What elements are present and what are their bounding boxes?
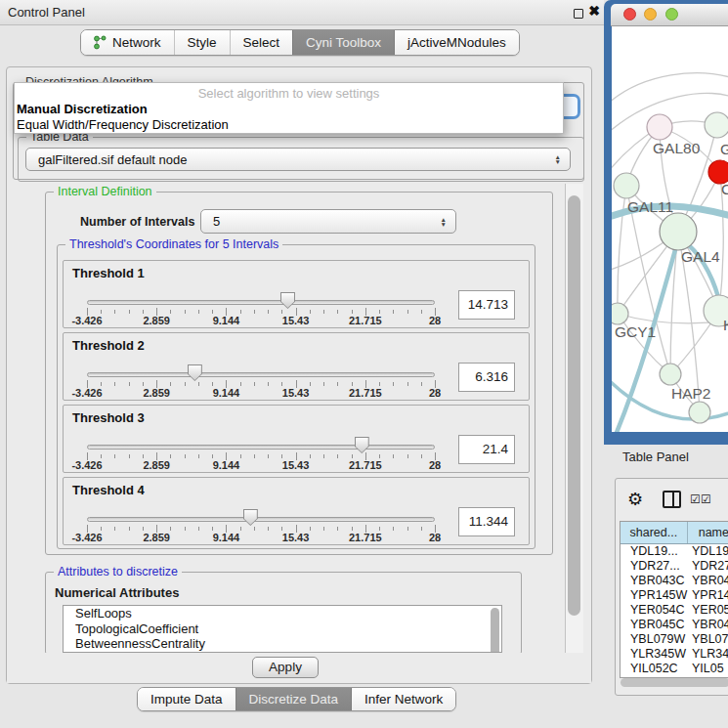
column-header-shared-name[interactable]: shared... (621, 522, 688, 543)
attribute-item-topologicalcoefficient[interactable]: TopologicalCoefficient (64, 621, 501, 637)
network-node-hap2[interactable] (660, 364, 681, 385)
number-of-intervals-combo[interactable]: 5 ▲▼ (200, 209, 456, 234)
table-cell[interactable]: YPR14 (688, 588, 728, 603)
network-node-gcy1[interactable] (612, 303, 628, 324)
slider-tick-labels: -3.4262.8599.14415.4321.71528 (87, 315, 435, 326)
float-window-icon[interactable] (574, 9, 583, 19)
tab-discretize-data[interactable]: Discretize Data (236, 688, 352, 710)
tab-label: Select (243, 35, 280, 50)
threshold-value-field[interactable]: 21.4 (458, 435, 515, 464)
close-traffic-light[interactable] (623, 8, 636, 21)
table-cell[interactable]: YIL052C (621, 662, 688, 676)
slider-track[interactable] (87, 372, 435, 377)
algorithm-dropdown-popup: Select algorithm to view settings Manual… (14, 82, 564, 134)
slider-track[interactable] (87, 300, 435, 305)
table-cell[interactable]: YDR27 (688, 559, 728, 574)
table-panel-title: Table Panel (622, 450, 689, 464)
slider-tick-labels: -3.4262.8599.14415.4321.71528 (87, 532, 435, 543)
deselect-all-checkbox-icon[interactable]: ☑ (701, 492, 711, 506)
threshold-label: Threshold 4 (72, 483, 145, 497)
tab-infer-network[interactable]: Infer Network (351, 688, 455, 710)
table-row[interactable]: YPR145WYPR14 (621, 588, 728, 603)
table-cell[interactable]: YBL079W (621, 632, 688, 647)
slider-track[interactable] (87, 445, 435, 450)
algorithm-option-manual-discretization[interactable]: Manual Discretization (15, 102, 563, 117)
column-browse-icon[interactable] (663, 491, 681, 508)
slider-thumb[interactable] (355, 437, 369, 453)
select-all-checkbox-icon[interactable]: ☑ (690, 492, 701, 506)
table-cell[interactable]: YDL19... (621, 544, 688, 559)
slider-track[interactable] (87, 517, 435, 522)
tab-label: Cyni Toolbox (306, 35, 381, 50)
numerical-attributes-list[interactable]: SelfLoopsTopologicalCoefficientBetweenne… (63, 605, 502, 653)
tab-select[interactable]: Select (230, 30, 293, 55)
network-node-label: C (721, 181, 728, 197)
table-row[interactable]: YIL052CYIL05 (621, 662, 728, 676)
gear-icon[interactable]: ⚙ (627, 489, 643, 510)
apply-button[interactable]: Apply (252, 657, 319, 678)
table-cell[interactable]: YDL19 (688, 544, 728, 559)
network-node-label: H (723, 317, 728, 333)
table-cell[interactable]: YER05 (688, 603, 728, 618)
network-graph[interactable]: GAL80GACGAL11GAL4GCY1HHAP2 (612, 26, 728, 432)
popup-placeholder-option[interactable]: Select algorithm to view settings (15, 85, 563, 102)
table-row[interactable]: YDL19...YDL19 (621, 544, 728, 559)
attributes-list-scrollbar-thumb[interactable] (491, 608, 499, 653)
table-cell[interactable]: YLR34 (688, 647, 728, 662)
threshold-value-field[interactable]: 11.344 (458, 507, 515, 536)
table-cell[interactable]: YBR043C (621, 574, 688, 588)
minimize-traffic-light[interactable] (644, 8, 657, 21)
table-horizontal-scrollbar-thumb[interactable] (621, 678, 728, 687)
table-row[interactable]: YBR045CYBR04 (621, 618, 728, 632)
table-cell[interactable]: YER054C (621, 603, 688, 618)
table-cell[interactable]: YIL05 (688, 662, 728, 676)
tab-impute-data[interactable]: Impute Data (138, 688, 236, 710)
table-cell[interactable]: YBR045C (621, 618, 688, 632)
network-edge[interactable] (612, 73, 728, 105)
table-row[interactable]: YLR345WYLR34 (621, 647, 728, 662)
network-canvas[interactable]: GAL80GACGAL11GAL4GCY1HHAP2 (612, 26, 728, 432)
threshold-label: Threshold 1 (72, 266, 145, 280)
network-node-ga[interactable] (705, 112, 728, 138)
table-data-combo[interactable]: galFiltered.sif default node ▲▼ (25, 148, 571, 171)
interval-definition-label: Interval Definition (54, 185, 156, 198)
zoom-traffic-light[interactable] (665, 8, 678, 21)
network-edge[interactable] (618, 186, 626, 314)
attribute-item-betweennesscentrality[interactable]: BetweennessCentrality (64, 636, 501, 652)
tab-network[interactable]: Network (81, 30, 174, 55)
table-row[interactable]: YDR27...YDR27 (621, 559, 728, 574)
network-node-label: HAP2 (671, 385, 711, 402)
thresholds-group-label: Threshold's Coordinates for 5 Intervals (65, 237, 282, 251)
slider-thumb[interactable] (243, 509, 258, 526)
table-row[interactable]: YBR043CYBR04 (621, 574, 728, 588)
column-header-name[interactable]: name (688, 522, 728, 543)
slider-tick-labels: -3.4262.8599.14415.4321.71528 (87, 387, 435, 399)
table-cell[interactable]: YPR145W (621, 588, 688, 603)
panel-vertical-scrollbar-thumb[interactable] (568, 195, 580, 616)
threshold-value-field[interactable]: 6.316 (458, 363, 515, 392)
table-cell[interactable]: YBR04 (688, 574, 728, 588)
tab-jactivemnodules[interactable]: jActiveMNodules (394, 30, 519, 55)
network-node[interactable] (689, 402, 710, 423)
threshold-panel-1: Threshold 1-3.4262.8599.14415.4321.71528… (63, 260, 530, 328)
network-node-gal80[interactable] (647, 114, 672, 140)
network-node-gal4[interactable] (660, 213, 697, 250)
table-cell[interactable]: YLR345W (621, 647, 688, 662)
attribute-item-selfloops[interactable]: SelfLoops (64, 606, 501, 621)
tab-style[interactable]: Style (174, 30, 230, 55)
tab-label: Infer Network (364, 692, 443, 707)
table-row[interactable]: YER054CYER05 (621, 603, 728, 618)
table-cell[interactable]: YBR04 (688, 618, 728, 632)
close-icon[interactable]: ✖ (588, 3, 600, 19)
slider-thumb[interactable] (280, 292, 295, 309)
table-cell[interactable]: YBL07 (688, 632, 728, 647)
table-cell[interactable]: YDR27... (621, 559, 688, 574)
network-node-gal11[interactable] (614, 173, 639, 198)
number-of-intervals-label: Number of Intervals (80, 215, 194, 229)
threshold-value-field[interactable]: 14.713 (458, 290, 515, 320)
algorithm-option-equal-width-frequency-discretization[interactable]: Equal Width/Frequency Discretization (15, 117, 563, 133)
network-window-titlebar[interactable] (611, 4, 728, 26)
table-row[interactable]: YBL079WYBL07 (621, 632, 728, 647)
tab-cyni-toolbox[interactable]: Cyni Toolbox (292, 30, 394, 55)
slider-thumb[interactable] (188, 364, 202, 381)
